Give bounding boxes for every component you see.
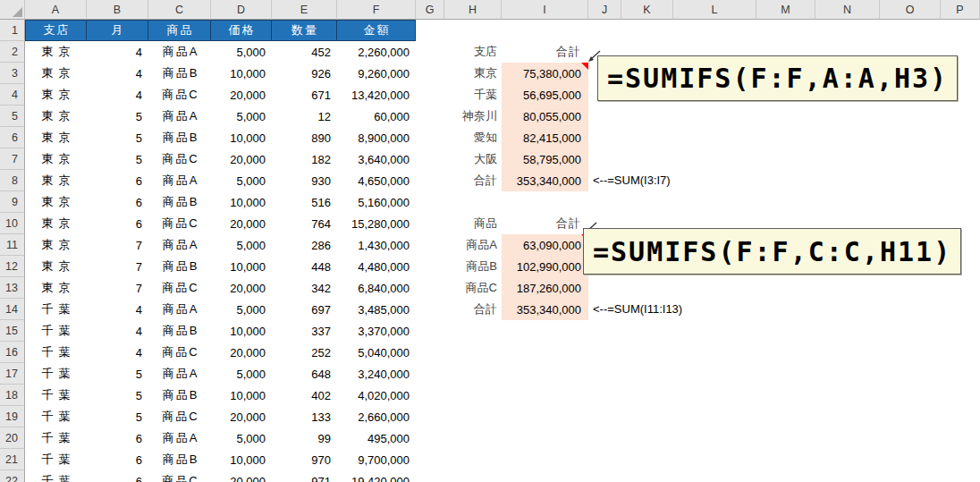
- header-cell[interactable]: 月: [87, 20, 148, 41]
- table-cell[interactable]: 5,000: [211, 234, 272, 256]
- row-header-21[interactable]: 21: [0, 449, 25, 470]
- table-cell[interactable]: 926: [272, 63, 337, 84]
- row-header-8[interactable]: 8: [0, 170, 25, 191]
- table-cell[interactable]: 4: [87, 63, 148, 84]
- table-cell[interactable]: 930: [272, 170, 337, 191]
- table-cell[interactable]: 千葉: [25, 449, 87, 470]
- table-cell[interactable]: 4: [87, 299, 148, 320]
- summary-label-cell[interactable]: 愛知: [444, 127, 502, 148]
- summary-value-cell[interactable]: 102,990,000: [502, 256, 588, 277]
- column-header-H[interactable]: H: [444, 0, 502, 20]
- table-cell[interactable]: 東京: [25, 256, 87, 277]
- summary-label-cell[interactable]: 神奈川: [444, 106, 502, 127]
- column-header-E[interactable]: E: [272, 0, 337, 20]
- summary-value-cell[interactable]: 187,260,000: [502, 277, 588, 299]
- table-cell[interactable]: 7: [87, 256, 148, 277]
- sum-note-product[interactable]: <--=SUM(I11:I13): [593, 299, 682, 320]
- row-header-20[interactable]: 20: [0, 427, 25, 449]
- table-cell[interactable]: 5,000: [211, 363, 272, 385]
- table-cell[interactable]: 商品B: [148, 449, 211, 470]
- table-cell[interactable]: 東京: [25, 63, 87, 84]
- table-cell[interactable]: 448: [272, 256, 337, 277]
- table-cell[interactable]: 商品A: [148, 427, 211, 449]
- table-cell[interactable]: 千葉: [25, 470, 87, 482]
- table-cell[interactable]: 商品B: [148, 63, 211, 84]
- summary-value-header[interactable]: 合計: [502, 41, 588, 63]
- summary-total-value[interactable]: 353,340,000: [502, 299, 588, 320]
- table-cell[interactable]: 4: [87, 84, 148, 106]
- table-cell[interactable]: 6: [87, 191, 148, 213]
- header-cell[interactable]: 支店: [25, 20, 87, 41]
- table-cell[interactable]: 5,040,000: [337, 342, 416, 363]
- table-cell[interactable]: 133: [272, 406, 337, 427]
- row-header-2[interactable]: 2: [0, 41, 25, 63]
- table-cell[interactable]: 6: [87, 449, 148, 470]
- table-cell[interactable]: 千葉: [25, 363, 87, 385]
- table-cell[interactable]: 452: [272, 41, 337, 63]
- column-header-A[interactable]: A: [25, 0, 87, 20]
- row-header-13[interactable]: 13: [0, 277, 25, 299]
- table-cell[interactable]: 2,660,000: [337, 406, 416, 427]
- select-all-corner[interactable]: [0, 0, 25, 20]
- table-cell[interactable]: 5,000: [211, 170, 272, 191]
- table-cell[interactable]: 商品A: [148, 234, 211, 256]
- table-cell[interactable]: 20,000: [211, 148, 272, 170]
- column-header-P[interactable]: P: [941, 0, 980, 20]
- table-cell[interactable]: 東京: [25, 213, 87, 234]
- column-header-B[interactable]: B: [87, 0, 148, 20]
- table-cell[interactable]: 6: [87, 170, 148, 191]
- table-cell[interactable]: 6: [87, 213, 148, 234]
- table-cell[interactable]: 3,640,000: [337, 148, 416, 170]
- table-cell[interactable]: 10,000: [211, 63, 272, 84]
- table-cell[interactable]: 8,900,000: [337, 127, 416, 148]
- column-header-F[interactable]: F: [337, 0, 416, 20]
- table-cell[interactable]: 商品A: [148, 106, 211, 127]
- table-cell[interactable]: 商品B: [148, 256, 211, 277]
- table-cell[interactable]: 252: [272, 342, 337, 363]
- summary-value-cell[interactable]: 80,055,000: [502, 106, 588, 127]
- column-header-D[interactable]: D: [211, 0, 272, 20]
- table-cell[interactable]: 3,485,000: [337, 299, 416, 320]
- table-cell[interactable]: 12: [272, 106, 337, 127]
- row-header-15[interactable]: 15: [0, 320, 25, 342]
- header-cell[interactable]: 数量: [272, 20, 337, 41]
- table-cell[interactable]: 495,000: [337, 427, 416, 449]
- column-header-I[interactable]: I: [502, 0, 588, 20]
- summary-value-cell[interactable]: 56,695,000: [502, 84, 588, 106]
- row-header-11[interactable]: 11: [0, 234, 25, 256]
- summary-label-header[interactable]: 支店: [444, 41, 502, 63]
- table-cell[interactable]: 東京: [25, 234, 87, 256]
- table-cell[interactable]: 10,000: [211, 385, 272, 406]
- table-cell[interactable]: 商品C: [148, 406, 211, 427]
- table-cell[interactable]: 60,000: [337, 106, 416, 127]
- summary-value-cell[interactable]: 58,795,000: [502, 148, 588, 170]
- summary-label-header[interactable]: 商品: [444, 213, 502, 234]
- row-header-3[interactable]: 3: [0, 63, 25, 84]
- table-cell[interactable]: 商品C: [148, 470, 211, 482]
- row-header-12[interactable]: 12: [0, 256, 25, 277]
- row-header-6[interactable]: 6: [0, 127, 25, 148]
- table-cell[interactable]: 4,020,000: [337, 385, 416, 406]
- column-header-K[interactable]: K: [621, 0, 673, 20]
- summary-value-header[interactable]: 合計: [502, 213, 588, 234]
- table-cell[interactable]: 5: [87, 406, 148, 427]
- table-cell[interactable]: 商品B: [148, 385, 211, 406]
- table-cell[interactable]: 千葉: [25, 299, 87, 320]
- summary-total-value[interactable]: 353,340,000: [502, 170, 588, 191]
- table-cell[interactable]: 286: [272, 234, 337, 256]
- table-cell[interactable]: 7: [87, 277, 148, 299]
- summary-label-cell[interactable]: 千葉: [444, 84, 502, 106]
- table-cell[interactable]: 5,000: [211, 41, 272, 63]
- table-cell[interactable]: 697: [272, 299, 337, 320]
- row-header-5[interactable]: 5: [0, 106, 25, 127]
- row-header-9[interactable]: 9: [0, 191, 25, 213]
- summary-label-cell[interactable]: 商品A: [444, 234, 502, 256]
- table-cell[interactable]: 商品C: [148, 277, 211, 299]
- table-cell[interactable]: 20,000: [211, 277, 272, 299]
- table-cell[interactable]: 20,000: [211, 84, 272, 106]
- table-cell[interactable]: 5: [87, 385, 148, 406]
- summary-label-cell[interactable]: 商品C: [444, 277, 502, 299]
- summary-total-label[interactable]: 合計: [444, 170, 502, 191]
- table-cell[interactable]: 3,240,000: [337, 363, 416, 385]
- table-cell[interactable]: 5: [87, 127, 148, 148]
